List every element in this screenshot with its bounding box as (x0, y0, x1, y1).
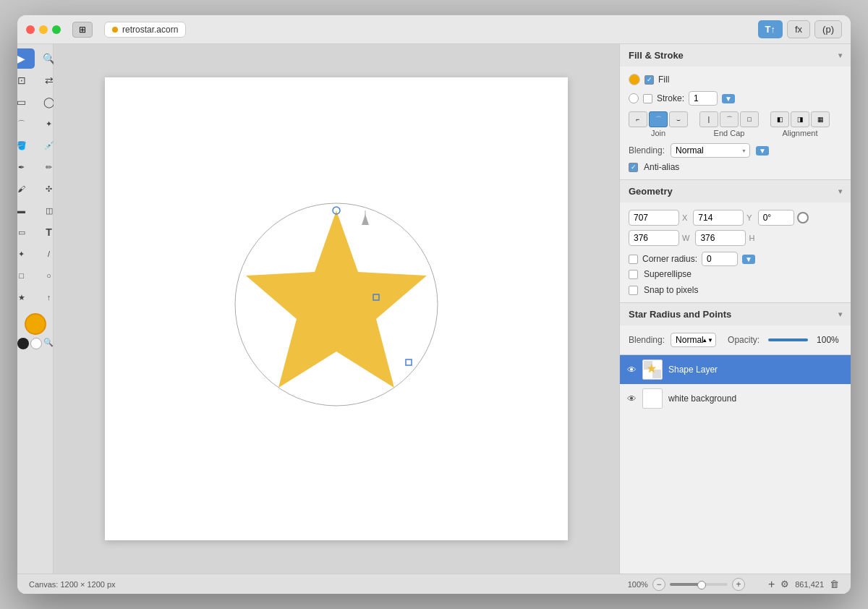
snap-row: Snap to pixels (629, 285, 842, 295)
rotation-dial[interactable] (797, 212, 809, 223)
star-radius-content: Blending: Normal ▲▼ Opacity: 100% (620, 325, 851, 354)
blending-select-wrapper: Normal (671, 143, 750, 158)
end-cap-butt-btn[interactable]: | (699, 111, 718, 127)
anti-alias-row: ✓ Anti-alias (629, 162, 842, 172)
h-input[interactable] (695, 230, 746, 246)
stroke-value-input[interactable] (689, 91, 718, 106)
y-input[interactable] (693, 210, 744, 226)
fill-color-swatch[interactable] (629, 74, 640, 85)
geometry-content: X Y (620, 203, 851, 302)
zoom-slider[interactable] (670, 583, 728, 586)
corner-radius-dropdown[interactable]: ▼ (742, 255, 755, 264)
canvas-info: Canvas: 1200 × 1200 px (29, 580, 116, 589)
lasso-tool[interactable]: ⌒ (17, 114, 35, 134)
star-radius-chevron[interactable]: ▾ (838, 310, 842, 318)
pen-tool[interactable]: ✒ (17, 157, 35, 177)
fill-stroke-content: ✓ Fill Stroke: ▼ (620, 67, 851, 179)
traffic-lights (26, 25, 61, 34)
star-shape[interactable] (228, 196, 445, 413)
crop-tool[interactable]: ⊡ (17, 70, 35, 90)
layers-section: 👁 Shape Layer 👁 (620, 355, 851, 574)
canvas-container[interactable] (54, 44, 619, 574)
paint-bucket-tool[interactable]: 🪣 (17, 135, 35, 156)
xy-row: X Y (629, 210, 842, 226)
app-window: ⊞ retrostar.acorn T↑ fx (p) ▶ 🔍 ⊡ ⇄ ▭ ◯ (17, 15, 851, 594)
stroke-dropdown-button[interactable]: ▼ (722, 94, 735, 103)
tool-button[interactable]: T↑ (758, 20, 783, 38)
blending-row: Blending: Normal ▼ (629, 143, 842, 158)
status-right: + ⚙ 861,421 🗑 (768, 578, 839, 591)
svg-marker-6 (362, 214, 369, 225)
fill-checkbox[interactable]: ✓ (644, 75, 654, 85)
superellipse-checkbox[interactable] (629, 270, 638, 279)
align-inside-btn[interactable]: ◧ (770, 111, 789, 127)
end-cap-group: | ⌒ □ End Cap (699, 111, 759, 137)
shape-text-tool[interactable]: ▭ (17, 222, 35, 242)
layer-row-shape[interactable]: 👁 Shape Layer (620, 355, 851, 384)
align-center-btn[interactable]: ◨ (791, 111, 809, 127)
black-circle-color[interactable] (17, 338, 29, 349)
fill-stroke-chevron[interactable]: ▾ (838, 51, 842, 59)
gradient-tool[interactable]: ▬ (17, 200, 35, 221)
alignment-label: Alignment (783, 129, 818, 137)
star-opacity-slider[interactable] (768, 338, 808, 341)
brush-tool[interactable]: 🖌 (17, 179, 35, 199)
blending-label: Blending: (629, 145, 665, 156)
join-buttons: ⌐ ⌒ ⌣ (629, 111, 688, 127)
corner-radius-input[interactable] (702, 252, 738, 266)
maximize-button[interactable] (52, 25, 61, 34)
rotation-input[interactable] (758, 210, 794, 226)
star-tool[interactable]: ★ (17, 287, 35, 307)
shape-box-tool[interactable]: □ (17, 265, 35, 286)
x-input[interactable] (629, 210, 679, 226)
join-miter-btn[interactable]: ⌐ (629, 111, 647, 127)
align-outside-btn[interactable]: ▦ (811, 111, 830, 127)
zoom-in-button[interactable]: + (732, 578, 745, 591)
superellipse-label: Superellipse (644, 269, 692, 279)
document-tab[interactable]: retrostar.acorn (104, 22, 186, 38)
white-circle-color[interactable] (30, 338, 42, 349)
fx-button[interactable]: fx (787, 20, 810, 38)
coordinates: 861,421 (795, 580, 824, 589)
fill-stroke-header: Fill & Stroke ▾ (620, 44, 851, 67)
titlebar: ⊞ retrostar.acorn T↑ fx (p) (17, 15, 851, 44)
corner-radius-checkbox[interactable] (629, 255, 638, 264)
svg-rect-4 (406, 359, 412, 365)
fill-row: ✓ Fill (629, 74, 842, 85)
marquee-rect-tool[interactable]: ▭ (17, 92, 35, 112)
snap-checkbox[interactable] (629, 286, 638, 295)
star-blending-select[interactable]: Normal (671, 333, 716, 347)
w-input[interactable] (629, 230, 679, 246)
anti-alias-checkbox[interactable]: ✓ (629, 163, 638, 172)
right-panel: Fill & Stroke ▾ ✓ Fill Stroke: (619, 44, 851, 574)
foreground-color[interactable] (25, 313, 46, 335)
geometry-chevron[interactable]: ▾ (838, 187, 842, 195)
layer-visibility-shape[interactable]: 👁 (627, 365, 637, 375)
main-area: ▶ 🔍 ⊡ ⇄ ▭ ◯ ⌒ ✦ 🪣 💉 ✒ ✏ (17, 44, 851, 574)
add-layer-button[interactable]: + (768, 578, 775, 591)
end-cap-square-btn[interactable]: □ (740, 111, 759, 127)
bezier-tool[interactable]: ✦ (17, 244, 35, 264)
stroke-checkbox[interactable] (643, 94, 652, 103)
minimize-button[interactable] (39, 25, 48, 34)
zoom-mini-tool[interactable]: 🔍 (43, 338, 54, 349)
join-bevel-btn[interactable]: ⌣ (669, 111, 688, 127)
layer-row-background[interactable]: 👁 white background (620, 384, 851, 413)
layer-visibility-background[interactable]: 👁 (627, 393, 637, 404)
sidebar-toggle-button[interactable]: ⊞ (72, 22, 93, 38)
zoom-out-button[interactable]: − (652, 578, 665, 591)
end-cap-round-btn[interactable]: ⌒ (720, 111, 739, 127)
stroke-radio[interactable] (629, 93, 639, 103)
fill-stroke-title: Fill & Stroke (629, 50, 684, 61)
statusbar: Canvas: 1200 × 1200 px 100% − + + ⚙ 861,… (17, 574, 851, 594)
canvas[interactable] (105, 77, 568, 540)
document-title: retrostar.acorn (122, 25, 178, 35)
delete-layer-button[interactable]: 🗑 (830, 579, 839, 589)
p-button[interactable]: (p) (814, 20, 842, 38)
close-button[interactable] (26, 25, 35, 34)
join-round-btn[interactable]: ⌒ (649, 111, 668, 127)
layer-settings-button[interactable]: ⚙ (780, 579, 789, 589)
select-tool[interactable]: ▶ (17, 48, 35, 69)
blending-dropdown-button[interactable]: ▼ (756, 146, 769, 156)
blending-select[interactable]: Normal (671, 143, 750, 158)
